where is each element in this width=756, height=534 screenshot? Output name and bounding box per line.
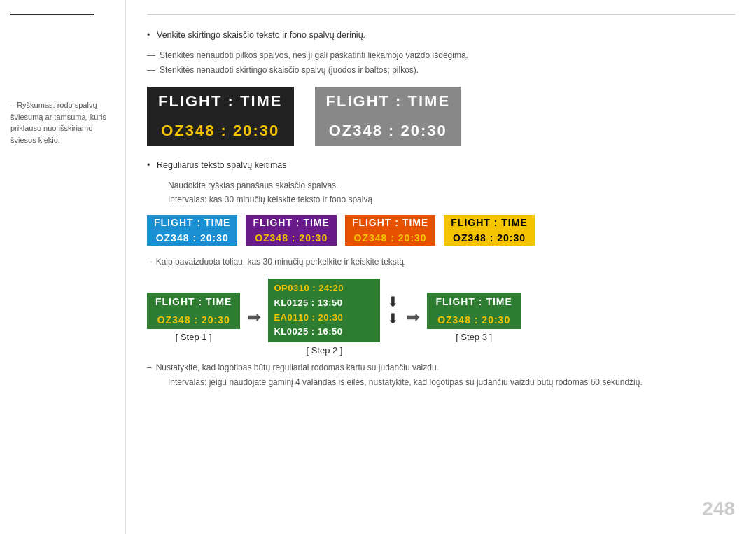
step1-container: FLIGHT : TIME OZ348 : 20:30 [ Step 1 ] bbox=[147, 293, 240, 342]
step1-board-bottom: OZ348 : 20:30 bbox=[147, 311, 240, 329]
dash-item-1: — Stenkitės nenaudoti pilkos spalvos, ne… bbox=[147, 49, 735, 62]
bullet-list-1: Venkite skirtingo skaisčio teksto ir fon… bbox=[147, 28, 735, 42]
sub-dash-2: Intervalas: kas 30 minučių keiskite teks… bbox=[147, 193, 735, 206]
sidebar-note: – Ryškumas: rodo spalvų šviesumą ar tams… bbox=[10, 99, 115, 146]
down-arrows: ⬇ ⬇ bbox=[387, 293, 399, 327]
small-board-purple-top: FLIGHT : TIME bbox=[246, 215, 336, 230]
sidebar-top-line bbox=[10, 14, 94, 15]
step3-board-top: FLIGHT : TIME bbox=[427, 293, 520, 311]
step2-label: [ Step 2 ] bbox=[306, 345, 342, 356]
small-board-blue-bottom: OZ348 : 20:30 bbox=[147, 230, 237, 246]
step2-container: OP0310 : 24:20 KL0125 : 13:50 EA0110 : 2… bbox=[268, 279, 380, 356]
small-board-yellow: FLIGHT : TIME OZ348 : 20:30 bbox=[444, 215, 534, 246]
dash-char: — bbox=[147, 64, 155, 77]
small-board-yellow-top: FLIGHT : TIME bbox=[444, 215, 534, 230]
bullet-list-2: Reguliarus teksto spalvų keitimas bbox=[147, 158, 735, 172]
dash-char: – bbox=[147, 255, 152, 269]
arrow-1: ➡ bbox=[247, 307, 261, 327]
small-board-purple: FLIGHT : TIME OZ348 : 20:30 bbox=[246, 215, 336, 246]
small-board-purple-bottom: OZ348 : 20:30 bbox=[246, 230, 336, 246]
step2-flight-1: OP0310 : 24:20 bbox=[274, 281, 374, 296]
large-boards-row: FLIGHT : TIME OZ348 : 20:30 FLIGHT : TIM… bbox=[147, 87, 735, 146]
step2-flight-3: EA0110 : 20:30 bbox=[274, 311, 374, 325]
board-gray-bottom: OZ348 : 20:30 bbox=[315, 116, 462, 146]
step2-multi-board: OP0310 : 24:20 KL0125 : 13:50 EA0110 : 2… bbox=[268, 279, 380, 342]
small-board-blue: FLIGHT : TIME OZ348 : 20:30 bbox=[147, 215, 237, 246]
dash-item-2: — Stenkitės nenaudoti skirtingo skaisčio… bbox=[147, 64, 735, 77]
step1-board-top: FLIGHT : TIME bbox=[147, 293, 240, 311]
page-number: 248 bbox=[702, 498, 735, 520]
sidebar: – Ryškumas: rodo spalvų šviesumą ar tams… bbox=[0, 0, 126, 534]
board-black-bottom: OZ348 : 20:30 bbox=[147, 116, 294, 146]
down-arrow-1: ⬇ bbox=[387, 293, 399, 310]
step2-flight-4: KL0025 : 16:50 bbox=[274, 325, 374, 339]
step1-label: [ Step 1 ] bbox=[176, 332, 212, 342]
step3-container: FLIGHT : TIME OZ348 : 20:30 [ Step 3 ] bbox=[427, 293, 520, 342]
small-board-orange-top: FLIGHT : TIME bbox=[345, 215, 435, 230]
main-content: Venkite skirtingo skaisčio teksto ir fon… bbox=[126, 0, 756, 534]
flight-board-black: FLIGHT : TIME OZ348 : 20:30 bbox=[147, 87, 294, 146]
small-board-orange: FLIGHT : TIME OZ348 : 20:30 bbox=[345, 215, 435, 246]
steps-row: FLIGHT : TIME OZ348 : 20:30 [ Step 1 ] ➡… bbox=[147, 279, 735, 356]
arrow-2: ➡ bbox=[406, 307, 420, 327]
section4-dash-1: – Nustatykite, kad logotipas būtų reguli… bbox=[147, 361, 735, 374]
section3-dash: – Kaip pavaizduota toliau, kas 30 minuči… bbox=[147, 255, 735, 269]
step3-label: [ Step 3 ] bbox=[456, 332, 492, 342]
sub-dash-1: Naudokite ryškias panašaus skaisčio spal… bbox=[147, 179, 735, 192]
section4-dash-2: Intervalas: jeigu naudojate gaminį 4 val… bbox=[147, 376, 735, 389]
top-divider bbox=[147, 14, 735, 15]
bullet-item-1: Venkite skirtingo skaisčio teksto ir fon… bbox=[147, 28, 735, 42]
small-boards-row: FLIGHT : TIME OZ348 : 20:30 FLIGHT : TIM… bbox=[147, 215, 735, 246]
bullet-item-2: Reguliarus teksto spalvų keitimas bbox=[147, 158, 735, 172]
small-board-yellow-bottom: OZ348 : 20:30 bbox=[444, 230, 534, 246]
step3-board: FLIGHT : TIME OZ348 : 20:30 bbox=[427, 293, 520, 329]
dash-char: – bbox=[147, 361, 152, 374]
flight-board-gray: FLIGHT : TIME OZ348 : 20:30 bbox=[315, 87, 462, 146]
board-gray-top: FLIGHT : TIME bbox=[315, 87, 462, 116]
step2-flight-2: KL0125 : 13:50 bbox=[274, 296, 374, 311]
step1-board: FLIGHT : TIME OZ348 : 20:30 bbox=[147, 293, 240, 329]
small-board-blue-top: FLIGHT : TIME bbox=[147, 215, 237, 230]
small-board-orange-bottom: OZ348 : 20:30 bbox=[345, 230, 435, 246]
board-black-top: FLIGHT : TIME bbox=[147, 87, 294, 116]
down-arrow-2: ⬇ bbox=[387, 310, 399, 327]
dash-char: — bbox=[147, 49, 155, 62]
step3-board-bottom: OZ348 : 20:30 bbox=[427, 311, 520, 329]
